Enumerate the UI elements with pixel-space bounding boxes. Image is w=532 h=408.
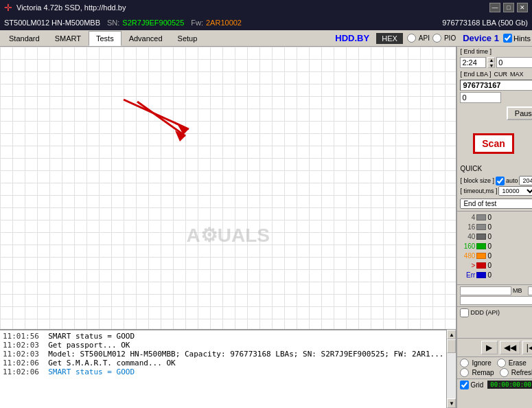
rewind-button[interactable]: ◀◀ bbox=[500, 341, 520, 354]
stat-row-480: 480 0 bbox=[460, 251, 532, 260]
refresh-radio[interactable] bbox=[500, 368, 509, 377]
timeout-select[interactable]: 10000 bbox=[498, 186, 532, 196]
mb-progress-row: MB % bbox=[460, 286, 532, 295]
grid-time-display: 00:00:00:00 bbox=[487, 381, 532, 389]
window-controls: — □ ✕ bbox=[489, 3, 528, 12]
hints-label: Hints bbox=[513, 34, 531, 43]
stat-num-480: 480 bbox=[460, 252, 475, 260]
stat-row-gt: > 0 bbox=[460, 261, 532, 270]
pio-radio[interactable] bbox=[432, 34, 441, 43]
stat-num-16: 16 bbox=[460, 223, 475, 231]
stat-bar-40 bbox=[476, 234, 486, 240]
log-section: 11:01:56 SMART status = GOOD 11:02:03 Ge… bbox=[0, 329, 456, 408]
tab-tests[interactable]: Tests bbox=[89, 31, 122, 46]
log-entry-0: 11:01:56 SMART status = GOOD bbox=[3, 332, 443, 341]
hdd-link[interactable]: HDD.BY bbox=[335, 33, 369, 43]
play-button[interactable]: ▶ bbox=[481, 341, 498, 354]
progress-section: MB % kB/s bbox=[457, 284, 532, 306]
pause-button[interactable]: Pause bbox=[507, 106, 532, 120]
svg-line-2 bbox=[124, 100, 189, 129]
title-bar: ✛ Victoria 4.72b SSD, http://hdd.by — □ … bbox=[0, 0, 532, 15]
pio-label: PIO bbox=[444, 34, 456, 42]
stat-val-err: 0 bbox=[487, 271, 491, 279]
cur-value-row bbox=[457, 92, 532, 103]
log-scrollbar[interactable]: ▲ ▼ bbox=[446, 330, 456, 408]
cur-value-input[interactable] bbox=[460, 92, 501, 103]
time-down[interactable]: ▼ bbox=[487, 63, 495, 68]
stat-num-4: 4 bbox=[460, 214, 475, 221]
start-lba-input[interactable] bbox=[496, 57, 532, 68]
log-entry-4: 11:02:06 SMART status = GOOD bbox=[3, 367, 443, 376]
stat-bar-160 bbox=[476, 243, 486, 249]
stat-num-160: 160 bbox=[460, 242, 475, 250]
hints-checkbox[interactable] bbox=[503, 34, 512, 43]
stat-val-480: 0 bbox=[487, 252, 491, 260]
tab-setup[interactable]: Setup bbox=[170, 31, 205, 46]
minimize-button[interactable]: — bbox=[489, 3, 500, 12]
main-content: A⚙UALS 11:01:56 SMART status = GOOD 11:0… bbox=[0, 47, 532, 408]
erase-radio[interactable] bbox=[497, 359, 506, 367]
block-row: [ block size ] auto 2048 bbox=[460, 176, 532, 185]
remap-label: Remap bbox=[472, 369, 494, 376]
ignore-erase-row: Ignore Erase bbox=[460, 359, 532, 367]
tab-standard[interactable]: Standard bbox=[1, 31, 47, 46]
time-spinners: ▲ ▼ bbox=[487, 57, 495, 68]
ignore-radio[interactable] bbox=[460, 359, 469, 367]
stat-num-err: Err bbox=[460, 271, 475, 279]
remap-radio[interactable] bbox=[460, 368, 469, 377]
stat-bar-480 bbox=[476, 253, 486, 259]
playback-section: ▶ ◀◀ |◀◀ ▶▶| bbox=[457, 338, 532, 356]
maximize-button[interactable]: □ bbox=[503, 3, 514, 12]
stats-list: 4 0 16 0 40 0 bbox=[460, 213, 532, 282]
rs-stats-section: 4 0 16 0 40 0 bbox=[457, 211, 532, 284]
stat-val-16: 0 bbox=[487, 223, 491, 231]
log-entry-3: 11:02:06 Get S.M.A.R.T. command... OK bbox=[3, 359, 443, 367]
ddd-checkbox[interactable] bbox=[460, 308, 469, 317]
scan-button[interactable]: Scan bbox=[473, 133, 513, 154]
status-section: End of test bbox=[457, 199, 532, 209]
end-lba-label: [ End LBA ] bbox=[460, 71, 491, 78]
app-icon: ✛ bbox=[4, 2, 12, 13]
close-button[interactable]: ✕ bbox=[517, 3, 528, 12]
end-lba-input-row bbox=[457, 80, 532, 91]
time-up[interactable]: ▲ bbox=[487, 57, 495, 63]
timeout-row: [ timeout,ms ] 10000 bbox=[460, 186, 532, 196]
grid-checkbox[interactable] bbox=[460, 381, 469, 389]
time-input[interactable] bbox=[460, 57, 486, 68]
mb-unit: MB bbox=[513, 287, 527, 294]
tab-smart[interactable]: SMART bbox=[47, 31, 89, 46]
status-select[interactable]: End of test bbox=[460, 199, 532, 209]
app-title: Victoria 4.72b SSD, http://hdd.by bbox=[16, 3, 489, 12]
action-section: Ignore Erase Remap Refresh bbox=[457, 356, 532, 378]
end-lba-input[interactable] bbox=[460, 80, 532, 91]
stat-bar-err bbox=[476, 272, 486, 278]
timeout-label: [ timeout,ms ] bbox=[460, 188, 497, 194]
fw-label: Fw: bbox=[191, 19, 203, 27]
remap-refresh-row: Remap Refresh bbox=[460, 368, 532, 377]
device-model: ST500LM012 HN-M500MBB bbox=[4, 19, 100, 27]
block-size-select[interactable]: 2048 bbox=[519, 176, 532, 185]
log-area: 11:01:56 SMART status = GOOD 11:02:03 Ge… bbox=[0, 330, 446, 405]
pause-section: Pause bbox=[457, 105, 532, 122]
time-field: ▲ ▼ bbox=[460, 57, 495, 68]
auto-checkbox[interactable] bbox=[496, 177, 505, 185]
stat-row-40: 40 0 bbox=[460, 232, 532, 241]
refresh-label: Refresh bbox=[511, 369, 532, 376]
grid-background bbox=[0, 47, 456, 329]
tab-advanced[interactable]: Advanced bbox=[122, 31, 170, 46]
erase-label: Erase bbox=[509, 359, 527, 367]
stat-row-err: Err 0 bbox=[460, 271, 532, 280]
api-radio[interactable] bbox=[407, 34, 416, 43]
scroll-down-button[interactable]: ▼ bbox=[447, 398, 456, 408]
log-entry-2: 11:02:03 Model: ST500LM012 HN-M500MBB; C… bbox=[3, 350, 443, 359]
skip-prev-button[interactable]: |◀◀ bbox=[522, 341, 532, 354]
stat-row-160: 160 0 bbox=[460, 242, 532, 251]
device-sn: S2R7J9EF900525 bbox=[122, 19, 184, 27]
device-fw: 2AR10002 bbox=[206, 19, 242, 27]
hex-button[interactable]: HEX bbox=[376, 33, 403, 44]
max-label: MAX bbox=[510, 71, 524, 78]
stat-val-40: 0 bbox=[487, 233, 491, 240]
stat-bar-gt bbox=[476, 262, 486, 269]
scroll-up-button[interactable]: ▲ bbox=[447, 330, 456, 339]
scroll-thumb[interactable] bbox=[447, 339, 456, 353]
